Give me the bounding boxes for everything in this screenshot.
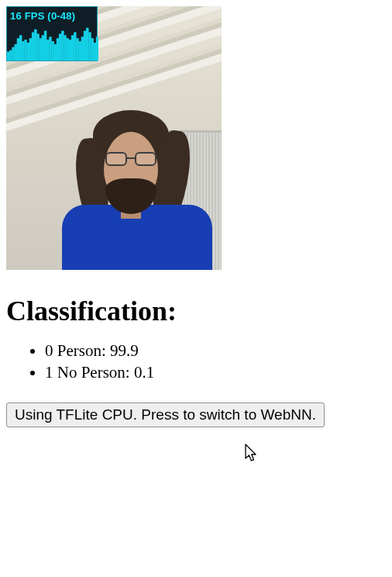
svg-rect-36 bbox=[96, 36, 98, 60]
svg-rect-16 bbox=[46, 40, 49, 60]
result-text: 1 No Person: 0.1 bbox=[45, 363, 154, 382]
svg-rect-30 bbox=[81, 36, 84, 60]
svg-rect-9 bbox=[29, 38, 32, 60]
svg-rect-15 bbox=[44, 31, 46, 60]
svg-rect-5 bbox=[19, 35, 22, 60]
camera-feed: 16 FPS (0-48) bbox=[6, 6, 222, 270]
svg-rect-21 bbox=[59, 34, 61, 61]
svg-rect-2 bbox=[12, 47, 14, 60]
result-item: 1 No Person: 0.1 bbox=[45, 361, 386, 383]
fps-label: 16 FPS (0-48) bbox=[10, 10, 75, 22]
svg-rect-19 bbox=[54, 44, 57, 60]
svg-rect-11 bbox=[34, 29, 36, 60]
svg-rect-0 bbox=[7, 52, 9, 61]
svg-rect-17 bbox=[49, 36, 51, 60]
glasses-icon bbox=[105, 152, 156, 168]
svg-rect-18 bbox=[51, 41, 53, 60]
svg-rect-10 bbox=[32, 33, 34, 60]
svg-rect-22 bbox=[61, 31, 64, 60]
svg-rect-28 bbox=[76, 38, 78, 60]
result-item: 0 Person: 99.9 bbox=[45, 340, 386, 361]
svg-rect-27 bbox=[74, 33, 76, 60]
svg-rect-29 bbox=[78, 41, 81, 60]
svg-rect-32 bbox=[86, 28, 88, 60]
fps-overlay: 16 FPS (0-48) bbox=[6, 6, 98, 61]
result-text: 0 Person: 99.9 bbox=[45, 341, 139, 360]
svg-rect-35 bbox=[94, 43, 96, 60]
svg-rect-33 bbox=[88, 33, 91, 60]
svg-rect-4 bbox=[17, 38, 19, 60]
svg-rect-12 bbox=[36, 34, 39, 61]
svg-rect-34 bbox=[91, 38, 93, 60]
svg-rect-20 bbox=[57, 38, 59, 60]
fps-history-chart bbox=[7, 25, 98, 60]
svg-rect-3 bbox=[15, 44, 17, 60]
page-root: 16 FPS (0-48) Classification: 0 Person: … bbox=[0, 0, 392, 434]
svg-rect-31 bbox=[84, 31, 86, 60]
svg-rect-24 bbox=[67, 38, 69, 60]
classification-heading: Classification: bbox=[6, 295, 386, 327]
cursor-icon bbox=[245, 444, 259, 462]
svg-rect-26 bbox=[71, 35, 74, 60]
svg-rect-23 bbox=[64, 35, 66, 60]
svg-rect-8 bbox=[27, 43, 29, 60]
svg-rect-14 bbox=[42, 35, 44, 60]
svg-rect-6 bbox=[22, 41, 24, 60]
svg-rect-1 bbox=[9, 50, 12, 60]
switch-engine-button[interactable]: Using TFLite CPU. Press to switch to Web… bbox=[6, 403, 325, 427]
results-list: 0 Person: 99.9 1 No Person: 0.1 bbox=[6, 340, 386, 384]
svg-rect-13 bbox=[39, 38, 41, 60]
svg-rect-25 bbox=[69, 40, 71, 60]
svg-rect-7 bbox=[24, 40, 26, 60]
